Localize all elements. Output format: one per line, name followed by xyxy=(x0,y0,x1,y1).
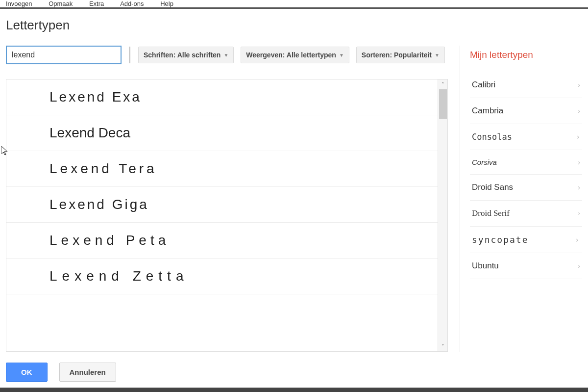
caret-down-icon: ▼ xyxy=(223,52,228,58)
my-font-label: Calibri xyxy=(472,80,495,90)
scroll-up-icon[interactable]: ˄ xyxy=(438,79,447,89)
fonts-dialog: Lettertypen Schriften: Alle schriften ▼ … xyxy=(0,9,588,388)
ok-button[interactable]: OK xyxy=(6,363,48,382)
my-fonts-panel: Mijn lettertypen Calibri › Cambria › Con… xyxy=(460,46,582,352)
my-font-label: Corsiva xyxy=(472,158,497,166)
chevron-right-icon: › xyxy=(576,133,580,141)
dialog-title: Lettertypen xyxy=(6,18,582,33)
font-result-item[interactable]: Lexend Giga xyxy=(6,187,438,223)
font-list[interactable]: Lexend Exa Lexend Deca Lexend Tera Lexen… xyxy=(6,79,438,351)
cancel-button[interactable]: Annuleren xyxy=(59,363,116,382)
caret-down-icon: ▼ xyxy=(435,52,440,58)
filters-row: Schriften: Alle schriften ▼ Weergeven: A… xyxy=(6,46,448,64)
scrollbar[interactable]: ˄ ˅ xyxy=(438,79,447,351)
my-font-item[interactable]: Droid Sans › xyxy=(470,175,582,201)
menu-item[interactable]: Help xyxy=(160,0,173,7)
my-font-item[interactable]: Calibri › xyxy=(470,72,582,98)
chevron-right-icon: › xyxy=(578,107,580,115)
my-font-label: Droid Serif xyxy=(472,209,510,218)
chevron-right-icon: › xyxy=(575,236,580,244)
filter-weergeven-label: Weergeven: Alle lettertypen xyxy=(246,51,336,59)
my-font-item[interactable]: syncopate › xyxy=(470,227,582,253)
chevron-right-icon: › xyxy=(578,81,580,89)
filter-sorteren[interactable]: Sorteren: Populariteit ▼ xyxy=(356,47,445,63)
my-font-item[interactable]: Corsiva › xyxy=(470,150,582,175)
my-font-label: Droid Sans xyxy=(472,183,513,192)
chevron-right-icon: › xyxy=(578,183,580,191)
scroll-down-icon[interactable]: ˅ xyxy=(438,341,447,351)
filter-separator xyxy=(129,47,130,63)
chevron-right-icon: › xyxy=(578,209,580,217)
dialog-footer: OK Annuleren xyxy=(6,363,582,382)
filter-weergeven[interactable]: Weergeven: Alle lettertypen ▼ xyxy=(241,47,349,63)
font-result-item[interactable]: Lexend Peta xyxy=(6,223,438,259)
my-font-item[interactable]: Cambria › xyxy=(470,98,582,124)
my-font-label: Consolas xyxy=(472,132,512,142)
app-menubar: Invoegen Opmaak Extra Add-ons Help xyxy=(0,0,588,9)
font-result-item[interactable]: Lexend Exa xyxy=(6,79,438,115)
filter-schriften-label: Schriften: Alle schriften xyxy=(144,51,220,59)
font-list-container: Lexend Exa Lexend Deca Lexend Tera Lexen… xyxy=(6,79,448,352)
menu-item[interactable]: Extra xyxy=(89,0,104,7)
chevron-right-icon: › xyxy=(578,262,580,270)
font-result-item[interactable]: Lexend Deca xyxy=(6,115,438,151)
font-result-item[interactable]: Lexend Zetta xyxy=(6,259,438,294)
scroll-thumb[interactable] xyxy=(439,89,447,119)
menu-item[interactable]: Opmaak xyxy=(49,0,73,7)
my-font-item[interactable]: Ubuntu › xyxy=(470,253,582,279)
font-result-item[interactable]: Lexend Tera xyxy=(6,151,438,187)
my-font-item[interactable]: Droid Serif › xyxy=(470,201,582,227)
my-font-label: Cambria xyxy=(472,106,503,116)
filter-schriften[interactable]: Schriften: Alle schriften ▼ xyxy=(138,47,234,63)
filter-sorteren-label: Sorteren: Populariteit xyxy=(362,51,432,59)
caret-down-icon: ▼ xyxy=(339,52,344,58)
my-font-label: Ubuntu xyxy=(472,261,499,271)
my-font-item[interactable]: Consolas › xyxy=(470,124,582,150)
my-font-label: syncopate xyxy=(472,235,529,245)
menu-item[interactable]: Add-ons xyxy=(120,0,144,7)
menu-item[interactable]: Invoegen xyxy=(6,0,32,7)
my-fonts-title: Mijn lettertypen xyxy=(470,50,582,60)
search-input[interactable] xyxy=(6,46,122,64)
chevron-right-icon: › xyxy=(578,158,580,166)
